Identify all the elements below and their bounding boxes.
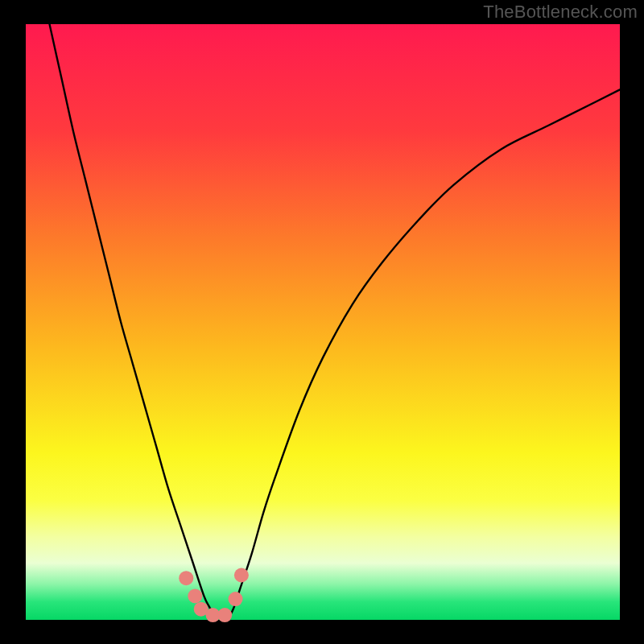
bottleneck-chart xyxy=(0,0,644,644)
data-marker xyxy=(217,608,232,622)
chart-frame: TheBottleneck.com xyxy=(0,0,644,644)
data-marker xyxy=(229,592,243,606)
plot-background xyxy=(26,24,620,620)
data-marker xyxy=(188,588,202,603)
data-marker xyxy=(234,568,249,583)
data-marker xyxy=(179,571,193,585)
watermark-text: TheBottleneck.com xyxy=(483,2,638,23)
